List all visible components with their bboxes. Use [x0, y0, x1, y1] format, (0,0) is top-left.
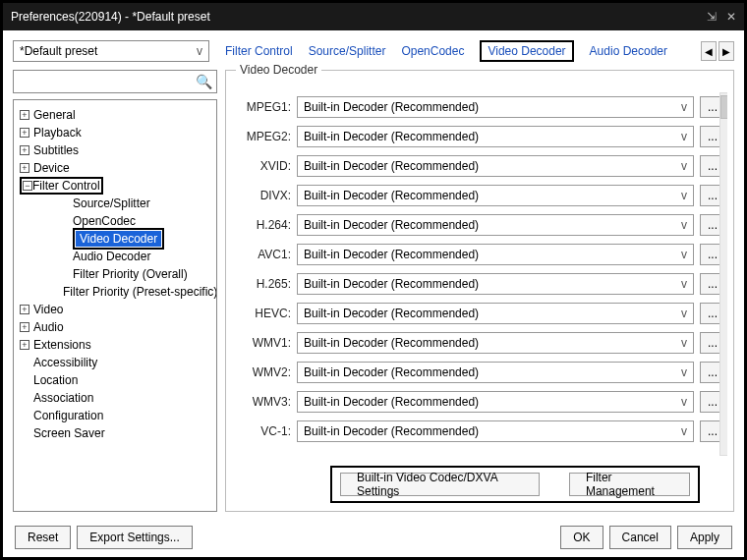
pin-icon[interactable]: ⇲ [707, 10, 717, 24]
expand-icon[interactable]: + [20, 163, 29, 173]
decoder-select[interactable]: Built-in Decoder (Recommended)v [297, 185, 694, 206]
tab-prev-button[interactable]: ◀ [701, 41, 717, 61]
decoder-select-value: Built-in Decoder (Recommended) [304, 307, 479, 320]
tab-filter-control[interactable]: Filter Control [225, 44, 293, 58]
tree-item-filter-priority-overall-[interactable]: Filter Priority (Overall) [18, 265, 212, 283]
decoder-select[interactable]: Built-in Decoder (Recommended)v [297, 155, 694, 177]
decoder-select[interactable]: Built-in Decoder (Recommended)v [297, 273, 694, 295]
reset-button[interactable]: Reset [15, 526, 71, 549]
expand-icon[interactable]: + [20, 128, 29, 138]
tree-item-accessibility[interactable]: Accessibility [18, 354, 212, 371]
search-box[interactable]: 🔍 [13, 70, 217, 93]
tree-item-filter-control[interactable]: −Filter Control [18, 177, 212, 195]
tree-item-screen-saver[interactable]: Screen Saver [18, 424, 212, 442]
decoder-select-value: Built-in Decoder (Recommended) [304, 159, 479, 173]
tree-item-label: General [33, 108, 76, 122]
tree-item-extensions[interactable]: +Extensions [18, 336, 212, 354]
tree-item-source-splitter[interactable]: Source/Splitter [18, 195, 212, 212]
apply-button[interactable]: Apply [677, 526, 732, 549]
expand-icon[interactable]: + [20, 145, 29, 155]
decoder-label: H.264: [234, 218, 291, 232]
main-row: 🔍 +General+Playback+Subtitles+Device−Fil… [13, 70, 734, 512]
expand-icon[interactable]: + [20, 110, 29, 120]
tree-item-label: Audio [33, 320, 64, 334]
tab-next-button[interactable]: ▶ [718, 41, 734, 61]
decoder-select-value: Built-in Decoder (Recommended) [304, 424, 479, 438]
tab-source-splitter[interactable]: Source/Splitter [309, 44, 386, 58]
ok-button[interactable]: OK [560, 526, 603, 549]
decoder-select[interactable]: Built-in Decoder (Recommended)v [297, 96, 694, 118]
decoder-row-vc1: VC-1:Built-in Decoder (Recommended)v... [234, 417, 725, 446]
tree-item-playback[interactable]: +Playback [18, 124, 212, 141]
tree-item-video-decoder[interactable]: Video Decoder [18, 230, 212, 248]
tree-item-label: Device [33, 161, 70, 175]
decoder-select-value: Built-in Decoder (Recommended) [304, 365, 479, 379]
tree-item-configuration[interactable]: Configuration [18, 407, 212, 424]
decoder-select[interactable]: Built-in Decoder (Recommended)v [297, 420, 694, 442]
titlebar: Preferences(220914) - *Default preset ⇲ … [3, 3, 744, 30]
decoder-row-xvid: XVID:Built-in Decoder (Recommended)v... [234, 151, 725, 181]
preset-selected-label: *Default preset [20, 44, 97, 58]
scrollbar-thumb[interactable] [720, 95, 727, 119]
decoder-select[interactable]: Built-in Decoder (Recommended)v [297, 244, 694, 265]
tree-item-label: Video Decoder [76, 231, 161, 247]
collapse-icon[interactable]: − [23, 181, 32, 191]
decoder-select-value: Built-in Decoder (Recommended) [304, 395, 479, 409]
decoder-select[interactable]: Built-in Decoder (Recommended)v [297, 332, 694, 354]
decoder-label: WMV1: [234, 336, 291, 350]
chevron-down-icon: v [681, 336, 687, 350]
filter-management-button[interactable]: Filter Management [569, 473, 690, 496]
tree-item-device[interactable]: +Device [18, 159, 212, 177]
tree-item-label: Video [33, 303, 63, 316]
decoder-select-value: Built-in Decoder (Recommended) [304, 189, 479, 202]
chevron-down-icon: v [681, 159, 687, 173]
chevron-down-icon: v [681, 395, 687, 409]
tree-item-video[interactable]: +Video [18, 301, 212, 318]
decoder-select-value: Built-in Decoder (Recommended) [304, 100, 479, 114]
export-settings-button[interactable]: Export Settings... [77, 526, 192, 549]
search-icon: 🔍 [196, 74, 212, 89]
decoder-select[interactable]: Built-in Decoder (Recommended)v [297, 214, 694, 236]
expand-icon[interactable]: + [20, 305, 29, 314]
decoder-label: MPEG1: [234, 100, 291, 114]
decoder-label: XVID: [234, 159, 291, 173]
tree-item-general[interactable]: +General [18, 106, 212, 124]
decoder-label: DIVX: [234, 189, 291, 202]
decoder-list: MPEG1:Built-in Decoder (Recommended)v...… [232, 86, 727, 462]
decoder-actions: Built-in Video Codec/DXVA Settings Filte… [330, 466, 700, 503]
tree-spacer [59, 252, 69, 261]
tree-item-label: Accessibility [33, 356, 97, 369]
chevron-down-icon: v [681, 307, 687, 320]
tree-item-filter-priority-preset-specific-[interactable]: Filter Priority (Preset-specific) [18, 283, 212, 301]
decoder-select[interactable]: Built-in Decoder (Recommended)v [297, 391, 694, 413]
tab-opencodec[interactable]: OpenCodec [401, 44, 464, 58]
close-icon[interactable]: ✕ [726, 10, 736, 24]
scrollbar[interactable] [719, 92, 727, 456]
chevron-down-icon: v [681, 365, 687, 379]
tree-item-label: Screen Saver [33, 426, 105, 440]
search-input[interactable] [18, 74, 196, 89]
preset-select[interactable]: *Default preset v [13, 40, 209, 62]
chevron-down-icon: v [197, 44, 202, 58]
expand-icon[interactable]: + [20, 340, 29, 350]
cancel-button[interactable]: Cancel [609, 526, 671, 549]
tab-video-decoder[interactable]: Video Decoder [480, 40, 573, 62]
dxva-settings-button[interactable]: Built-in Video Codec/DXVA Settings [340, 473, 540, 496]
tree-item-audio[interactable]: +Audio [18, 318, 212, 336]
window-title: Preferences(220914) - *Default preset [11, 10, 707, 24]
top-row: *Default preset v Filter ControlSource/S… [13, 40, 734, 62]
tree-item-location[interactable]: Location [18, 371, 212, 389]
tree-item-association[interactable]: Association [18, 389, 212, 407]
decoder-select[interactable]: Built-in Decoder (Recommended)v [297, 303, 694, 324]
nav-tree[interactable]: +General+Playback+Subtitles+Device−Filte… [13, 99, 217, 512]
decoder-select[interactable]: Built-in Decoder (Recommended)v [297, 362, 694, 383]
tree-item-audio-decoder[interactable]: Audio Decoder [18, 248, 212, 265]
tree-item-subtitles[interactable]: +Subtitles [18, 141, 212, 159]
tree-item-label: Source/Splitter [73, 196, 150, 210]
tab-audio-decoder[interactable]: Audio Decoder [590, 44, 667, 58]
decoder-row-wmv3: WMV3:Built-in Decoder (Recommended)v... [234, 387, 725, 417]
expand-icon[interactable]: + [20, 322, 29, 332]
decoder-select[interactable]: Built-in Decoder (Recommended)v [297, 126, 694, 147]
decoder-select-value: Built-in Decoder (Recommended) [304, 218, 479, 232]
tab-nav-arrows: ◀ ▶ [701, 41, 734, 61]
